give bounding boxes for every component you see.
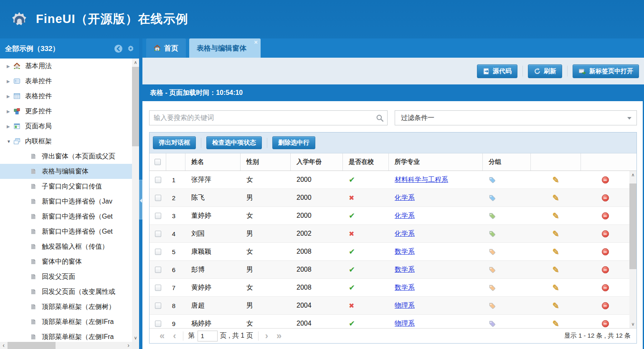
column-header[interactable]: 姓名 [185, 153, 241, 171]
major-link[interactable]: 化学系 [395, 211, 415, 220]
scrollbar-thumb[interactable] [8, 342, 56, 349]
major-link[interactable]: 物理系 [395, 301, 415, 310]
expand-node-icon[interactable]: ▶ [7, 94, 13, 99]
scroll-up-icon[interactable]: ∧ [629, 172, 636, 178]
column-header[interactable]: 性别 [241, 153, 291, 171]
edit-pencil-icon[interactable]: ✎ [553, 229, 560, 239]
edit-pencil-icon[interactable]: ✎ [553, 283, 560, 293]
edit-pencil-icon[interactable]: ✎ [553, 175, 560, 185]
page-number-input[interactable] [198, 331, 218, 341]
scroll-down-icon[interactable]: ∨ [629, 321, 636, 327]
row-checkbox[interactable] [155, 321, 161, 327]
row-checkbox[interactable] [155, 195, 161, 201]
expand-node-icon[interactable]: ▶ [7, 79, 13, 84]
filter-dropdown[interactable]: 过滤条件一 [395, 110, 637, 125]
tag-icon[interactable] [489, 266, 496, 273]
edit-pencil-icon[interactable]: ✎ [553, 265, 560, 275]
tag-icon[interactable] [489, 248, 496, 255]
column-header[interactable]: 分组 [483, 153, 531, 171]
tag-icon[interactable] [489, 212, 496, 219]
major-link[interactable]: 数学系 [395, 247, 415, 256]
column-header[interactable]: 是否在校 [343, 153, 389, 171]
major-link[interactable]: 化学系 [395, 229, 415, 238]
row-checkbox[interactable] [155, 249, 161, 255]
prev-page-button[interactable]: ‹ [173, 330, 176, 342]
tree-item[interactable]: 新窗口中选择省份（Get [0, 224, 132, 239]
row-checkbox[interactable] [155, 177, 161, 183]
collapse-panel-handle[interactable] [139, 180, 142, 219]
last-page-button[interactable]: » [276, 330, 281, 342]
tree-item[interactable]: ▶更多控件 [0, 104, 132, 119]
check-selection-button[interactable]: 检查选中项状态 [206, 136, 262, 149]
sidebar-horizontal-scrollbar[interactable]: ‹ › [0, 342, 132, 349]
tree-item[interactable]: 回发父页面（改变属性或 [0, 284, 132, 299]
edit-pencil-icon[interactable]: ✎ [553, 301, 560, 311]
tree-item[interactable]: 顶部菜单框架（左侧IFra [0, 314, 132, 329]
major-link[interactable]: 数学系 [395, 283, 415, 292]
scrollbar-thumb[interactable] [629, 183, 636, 269]
major-link[interactable]: 数学系 [395, 265, 415, 274]
tag-icon[interactable] [489, 284, 496, 291]
open-dialog-button[interactable]: 弹出对话框 [153, 136, 196, 149]
close-icon[interactable]: × [254, 39, 258, 46]
table-vertical-scrollbar[interactable]: ∧ ∨ [629, 171, 636, 328]
scroll-right-icon[interactable]: › [125, 342, 132, 349]
tree-item[interactable]: ▶页面布局 [0, 119, 132, 134]
search-input[interactable] [149, 110, 388, 125]
scroll-left-icon[interactable]: ‹ [0, 342, 7, 349]
delete-row-icon[interactable] [602, 230, 609, 237]
major-link[interactable]: 化学系 [395, 194, 415, 202]
tree-item[interactable]: ▶表格控件 [0, 89, 132, 104]
sidebar-vertical-scrollbar[interactable]: ∧ ∨ [132, 59, 139, 342]
select-all-checkbox[interactable] [155, 159, 161, 165]
expand-node-icon[interactable]: ▶ [7, 124, 13, 129]
tree-item[interactable]: 窗体中的窗体 [0, 254, 132, 269]
search-icon[interactable] [376, 114, 384, 122]
tree-item[interactable]: 回发父页面 [0, 269, 132, 284]
tree-item[interactable]: ▶基本用法 [0, 59, 132, 74]
tree-item[interactable]: 子窗口向父窗口传值 [0, 179, 132, 194]
scroll-down-icon[interactable]: ∨ [132, 335, 139, 341]
edit-pencil-icon[interactable]: ✎ [553, 318, 560, 328]
delete-row-icon[interactable] [602, 284, 609, 291]
edit-pencil-icon[interactable]: ✎ [553, 211, 560, 221]
tag-icon[interactable] [489, 230, 496, 237]
scroll-up-icon[interactable]: ∧ [132, 59, 139, 66]
tree-item[interactable]: 弹出窗体（本页面或父页 [0, 149, 132, 164]
refresh-button[interactable]: 刷新 [528, 64, 562, 78]
delete-row-icon[interactable] [602, 212, 609, 219]
tree-item[interactable]: 顶部菜单框架（左侧IFra [0, 329, 132, 342]
delete-row-icon[interactable] [602, 302, 609, 309]
tab-active[interactable]: 表格与编辑窗体× [189, 38, 261, 58]
collapse-circle-left-icon[interactable] [114, 44, 123, 53]
source-code-button[interactable]: 源代码 [477, 64, 517, 78]
expand-node-icon[interactable]: ▶ [7, 109, 13, 114]
tree-item[interactable]: 表格与编辑窗体 [0, 164, 132, 179]
tag-icon[interactable] [489, 176, 496, 183]
delete-row-icon[interactable] [602, 194, 609, 201]
column-header[interactable]: 所学专业 [389, 153, 483, 171]
next-page-button[interactable]: › [265, 330, 268, 342]
expand-node-icon[interactable]: ▶ [7, 64, 13, 69]
scrollbar-thumb[interactable] [132, 67, 139, 146]
column-header[interactable]: 入学年份 [291, 153, 343, 171]
tree-item[interactable]: 新窗口中选择省份（Jav [0, 194, 132, 209]
tree-item[interactable]: ▶表单控件 [0, 74, 132, 89]
tag-icon[interactable] [489, 194, 496, 201]
delete-row-icon[interactable] [602, 320, 609, 327]
tab-home[interactable]: 首页 [146, 38, 186, 58]
major-link[interactable]: 材料科学与工程系 [395, 176, 448, 184]
major-link[interactable]: 物理系 [395, 319, 415, 328]
sidebar-splitter[interactable] [139, 38, 142, 349]
collapse-node-icon[interactable]: ▼ [7, 139, 13, 144]
row-checkbox[interactable] [155, 231, 161, 237]
delete-rows-button[interactable]: 删除选中行 [272, 136, 315, 149]
row-checkbox[interactable] [155, 267, 161, 273]
row-checkbox[interactable] [155, 303, 161, 309]
delete-row-icon[interactable] [602, 176, 609, 183]
row-checkbox[interactable] [155, 213, 161, 219]
open-new-tab-button[interactable]: 新标签页中打开 [573, 64, 639, 78]
tag-icon[interactable] [489, 320, 496, 327]
edit-pencil-icon[interactable]: ✎ [553, 193, 560, 203]
tree-item[interactable]: ▼内联框架 [0, 134, 132, 149]
